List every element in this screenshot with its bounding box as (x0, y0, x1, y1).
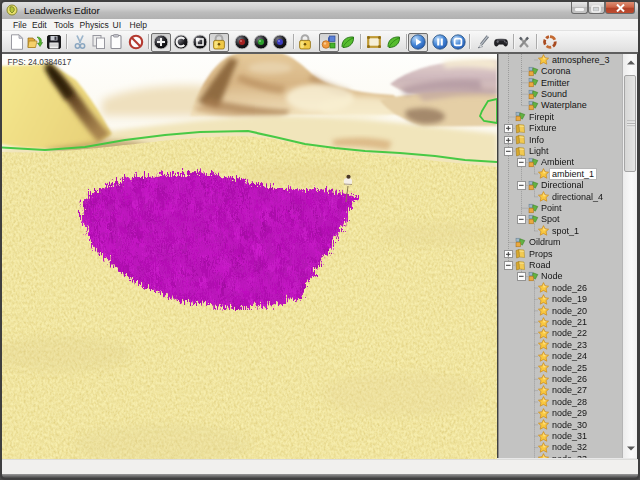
svg-text:FPS: 24.0384617: FPS: 24.0384617 (8, 58, 72, 67)
